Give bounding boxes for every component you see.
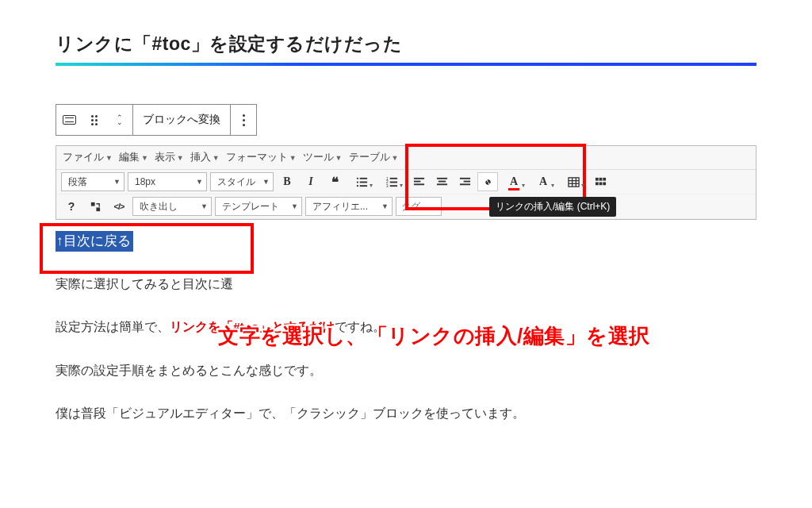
align-right-button[interactable] [454, 172, 475, 191]
unordered-list-button[interactable] [348, 172, 375, 191]
svg-rect-9 [389, 177, 396, 179]
svg-rect-15 [436, 177, 446, 179]
svg-rect-3 [359, 177, 366, 179]
dropdown-style[interactable]: スタイル▼ [210, 172, 274, 191]
svg-rect-33 [96, 207, 100, 211]
drag-handle-icon[interactable] [82, 105, 107, 135]
svg-rect-28 [603, 177, 606, 180]
svg-point-1 [356, 181, 358, 183]
convert-block-button[interactable]: ブロックへ変換 [133, 105, 230, 135]
menu-tools[interactable]: ツール▼ [303, 151, 343, 164]
menu-bar: ファイル▼ 編集▼ 表示▼ 挿入▼ フォーマット▼ ツール▼ テーブル▼ [56, 146, 756, 170]
ordered-list-button[interactable]: 123 [378, 172, 405, 191]
table-button[interactable] [560, 172, 587, 191]
svg-rect-32 [90, 202, 94, 206]
more-options-icon[interactable] [231, 105, 256, 135]
editor-toolbar: ファイル▼ 編集▼ 表示▼ 挿入▼ フォーマット▼ ツール▼ テーブル▼ 段落▼… [56, 145, 756, 220]
html-button[interactable]: </> [109, 197, 129, 216]
move-updown-icon[interactable]: ⌃⌄ [107, 105, 132, 135]
svg-rect-21 [568, 177, 578, 186]
svg-rect-31 [603, 182, 606, 185]
menu-file[interactable]: ファイル▼ [63, 151, 113, 164]
svg-rect-12 [413, 177, 423, 179]
menu-table[interactable]: テーブル▼ [349, 151, 399, 164]
svg-rect-26 [595, 177, 598, 180]
svg-point-0 [356, 177, 358, 179]
editor-content[interactable]: ↑目次に戻る [56, 231, 756, 252]
menu-format[interactable]: フォーマット▼ [226, 151, 297, 164]
dropdown-fontsize[interactable]: 18px▼ [128, 172, 207, 191]
dropdown-speech[interactable]: 吹き出し▼ [132, 197, 212, 216]
link-tooltip: リンクの挿入/編集 (Ctrl+K) [489, 197, 616, 217]
dropdown-template[interactable]: テンプレート▼ [215, 197, 302, 216]
svg-rect-16 [438, 180, 445, 182]
text-color-button[interactable]: A [500, 172, 527, 191]
svg-point-2 [356, 185, 358, 187]
svg-rect-17 [436, 183, 446, 185]
svg-rect-27 [599, 177, 602, 180]
menu-insert[interactable]: 挿入▼ [190, 151, 220, 164]
paragraph-4: 僕は普段「ビジュアルエディター」で、「クラシック」ブロックを使っています。 [56, 403, 756, 424]
dropdown-affiliate[interactable]: アフィリエ...▼ [305, 197, 393, 216]
align-center-button[interactable] [431, 172, 452, 191]
toolbar-row-2: ? </> 吹き出し▼ テンプレート▼ アフィリエ...▼ [56, 194, 756, 219]
svg-text:3: 3 [386, 184, 389, 188]
tag-input[interactable] [396, 197, 442, 216]
svg-rect-5 [359, 185, 366, 187]
paragraph-1: 実際に選択してみると目次に遷 [56, 274, 756, 294]
svg-rect-14 [413, 183, 423, 185]
annotation-overlay-text: 文字を選択し、「リンクの挿入/編集」を選択 [218, 322, 650, 350]
background-color-button[interactable]: A [530, 172, 557, 191]
svg-rect-30 [599, 182, 602, 185]
block-toolbar: ⌃⌄ ブロックへ変換 [56, 104, 257, 136]
section-title: リンクに「#toc」を設定するだけだった [56, 32, 756, 56]
blockquote-button[interactable]: ❝ [324, 172, 345, 191]
toolbar-row-1: 段落▼ 18px▼ スタイル▼ B I ❝ 123 リンクの挿入/編集 (Ctr… [56, 170, 756, 194]
svg-rect-29 [595, 182, 598, 185]
svg-rect-19 [463, 180, 469, 182]
align-left-button[interactable] [408, 172, 429, 191]
menu-view[interactable]: 表示▼ [155, 151, 184, 164]
menu-edit[interactable]: 編集▼ [119, 151, 148, 164]
title-underline [56, 63, 756, 66]
svg-rect-18 [459, 177, 469, 179]
help-button[interactable]: ? [61, 197, 82, 216]
svg-rect-13 [413, 180, 419, 182]
paragraph-3: 実際の設定手順をまとめるとこんな感じです。 [56, 360, 756, 381]
dropdown-paragraph[interactable]: 段落▼ [61, 172, 124, 191]
svg-rect-4 [359, 181, 366, 183]
svg-rect-10 [389, 181, 396, 183]
italic-button[interactable]: I [301, 172, 321, 191]
shortcode-button[interactable] [85, 197, 105, 216]
svg-rect-20 [459, 183, 469, 185]
bold-button[interactable]: B [277, 172, 297, 191]
align-link-color-group: リンクの挿入/編集 (Ctrl+K) A A [408, 172, 557, 191]
selected-text[interactable]: ↑目次に戻る [56, 231, 133, 252]
toolbar-toggle-button[interactable] [590, 172, 611, 191]
svg-rect-11 [389, 185, 396, 187]
classic-block-icon[interactable] [56, 105, 82, 135]
insert-link-button[interactable]: リンクの挿入/編集 (Ctrl+K) [477, 172, 498, 191]
